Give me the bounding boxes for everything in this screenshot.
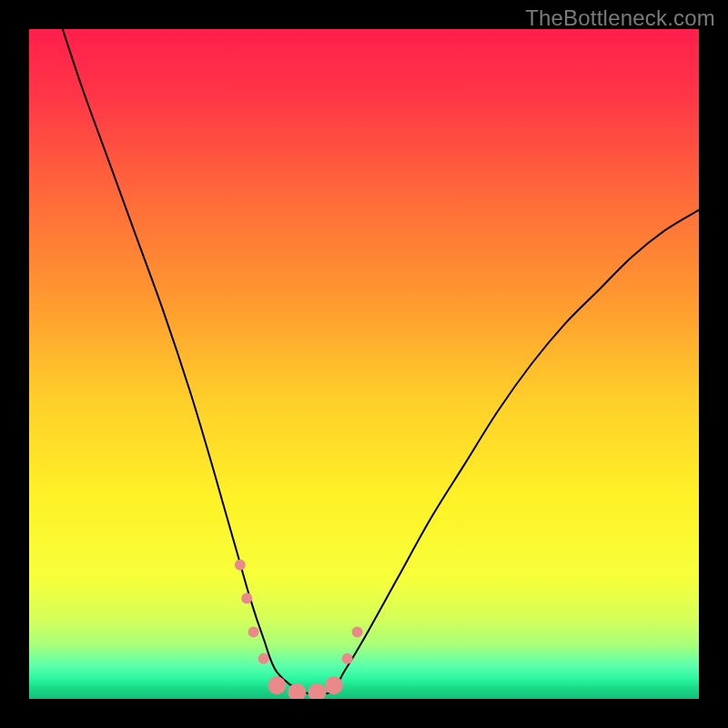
watermark-text: TheBottleneck.com [525,5,715,31]
highlight-dot [268,676,286,694]
highlight-dot [352,626,363,637]
highlight-dot [258,653,269,664]
bottleneck-curve [63,29,699,694]
plot-area [29,29,699,699]
highlight-dot [241,593,252,604]
highlight-dot [235,560,246,571]
curve-layer [29,29,699,699]
highlight-dot [248,626,259,637]
highlight-dot [342,653,353,664]
chart-frame: TheBottleneck.com [0,0,728,728]
highlight-dots [235,560,363,699]
highlight-dot [308,683,326,699]
highlight-dot [325,676,343,694]
